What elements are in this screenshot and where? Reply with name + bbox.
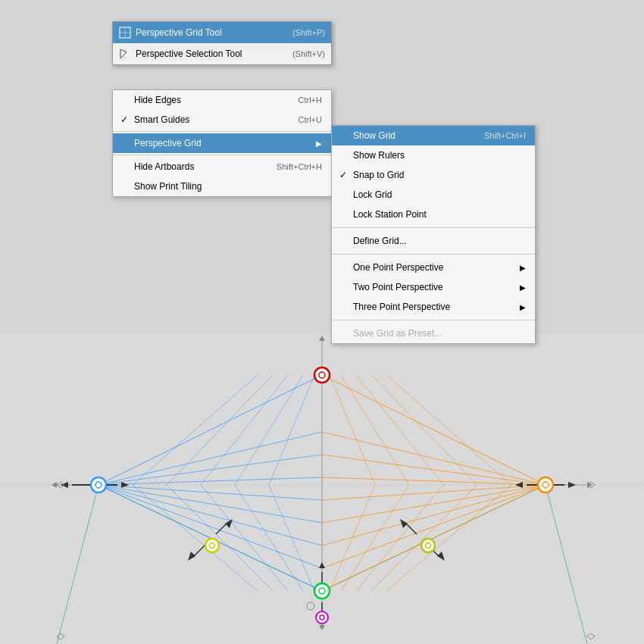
show-rulers-item[interactable]: Show Rulers [332,145,535,165]
hide-edges-item[interactable]: Hide Edges Ctrl+H [113,90,331,110]
perspective-grid-item[interactable]: Perspective Grid ▶ [113,133,331,153]
three-point-perspective-item[interactable]: Three Point Perspective ▶ [332,297,535,317]
hide-edges-label: Hide Edges [134,95,299,105]
define-grid-label: Define Grid... [353,236,526,246]
submenu: Show Grid Shift+Ctrl+I Show Rulers ✓ Sna… [331,125,536,344]
context-menu: Hide Edges Ctrl+H ✓ Smart Guides Ctrl+U … [112,89,332,197]
submenu-divider-3 [332,320,535,320]
perspective-grid-svg [0,333,644,644]
perspective-grid-tool-label: Perspective Grid Tool [136,27,288,38]
define-grid-item[interactable]: Define Grid... [332,231,535,251]
svg-point-97 [205,539,219,552]
one-point-perspective-label: One Point Perspective [353,262,520,273]
hide-artboards-label: Hide Artboards [134,161,277,172]
submenu-divider-1 [332,227,535,228]
hide-edges-shortcut: Ctrl+H [299,95,322,105]
lock-grid-label: Lock Grid [353,189,526,200]
svg-point-94 [316,611,328,624]
two-point-perspective-item[interactable]: Two Point Perspective ▶ [332,277,535,297]
svg-point-90 [314,367,330,383]
svg-point-86 [91,477,106,492]
perspective-selection-tool-label: Perspective Selection Tool [136,48,288,59]
two-point-arrow: ▶ [520,283,526,292]
smart-guides-label: Smart Guides [134,114,299,125]
perspective-grid-arrow: ▶ [316,139,322,148]
three-point-perspective-label: Three Point Perspective [353,302,520,312]
one-point-arrow: ▶ [520,264,526,272]
show-rulers-label: Show Rulers [353,150,526,161]
tool-flyout: Perspective Grid Tool (Shift+P) Perspect… [112,21,332,65]
snap-to-grid-label: Snap to Grid [353,170,526,180]
perspective-selection-tool-icon [119,48,131,60]
perspective-grid-tool-icon [119,27,131,39]
save-grid-preset-item[interactable]: Save Grid as Preset... [332,324,535,343]
perspective-selection-tool-shortcut: (Shift+V) [292,49,325,58]
show-print-tiling-item[interactable]: Show Print Tiling [113,177,331,196]
lock-station-point-item[interactable]: Lock Station Point [332,205,535,224]
perspective-grid-tool-shortcut: (Shift+P) [292,28,325,37]
svg-point-88 [538,477,553,492]
show-print-tiling-label: Show Print Tiling [134,181,322,192]
snap-to-grid-check: ✓ [339,170,347,180]
show-grid-label: Show Grid [353,130,484,141]
divider-1 [113,131,331,132]
three-point-arrow: ▶ [520,303,526,311]
perspective-grid-label: Perspective Grid [134,138,316,148]
hide-artboards-item[interactable]: Hide Artboards Shift+Ctrl+H [113,157,331,177]
hide-artboards-shortcut: Shift+Ctrl+H [277,162,322,171]
submenu-divider-2 [332,254,535,255]
lock-grid-item[interactable]: Lock Grid [332,185,535,205]
show-grid-item[interactable]: Show Grid Shift+Ctrl+I [332,126,535,145]
smart-guides-shortcut: Ctrl+U [299,115,322,124]
svg-marker-3 [120,49,127,58]
smart-guides-check: ✓ [120,114,128,125]
snap-to-grid-item[interactable]: ✓ Snap to Grid [332,165,535,185]
perspective-grid-tool-item[interactable]: Perspective Grid Tool (Shift+P) [113,22,331,43]
show-grid-shortcut: Shift+Ctrl+I [484,131,526,140]
two-point-perspective-label: Two Point Perspective [353,282,520,292]
save-grid-preset-label: Save Grid as Preset... [353,328,526,339]
divider-2 [113,155,331,155]
perspective-selection-tool-item[interactable]: Perspective Selection Tool (Shift+V) [113,43,331,64]
smart-guides-item[interactable]: ✓ Smart Guides Ctrl+U [113,110,331,130]
svg-point-92 [314,583,330,599]
svg-point-99 [421,539,435,552]
one-point-perspective-item[interactable]: One Point Perspective ▶ [332,258,535,277]
lock-station-point-label: Lock Station Point [353,209,526,220]
canvas-area [0,333,644,644]
